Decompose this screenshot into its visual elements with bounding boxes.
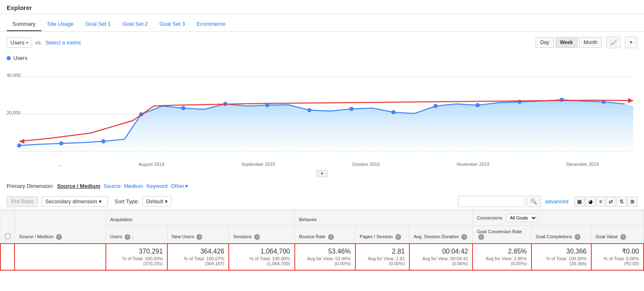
day-button[interactable]: Day xyxy=(536,37,553,48)
svg-point-5 xyxy=(59,141,64,146)
avg-session-col-header: Avg. Session Duration ? xyxy=(409,226,473,244)
tab-summary[interactable]: Summary xyxy=(7,17,42,31)
totals-goal-value-cell: ₹0.00 % of Total: 0.00% (₹0.00) xyxy=(591,244,644,270)
goal-completions-help-icon[interactable]: ? xyxy=(575,234,580,240)
week-button[interactable]: Week xyxy=(556,37,578,48)
dimension-row: Primary Dimension: Source / Medium Sourc… xyxy=(0,179,644,193)
metric-row: Users ▾ vs. Select a metric Day Week Mon… xyxy=(0,32,644,53)
svg-point-11 xyxy=(307,108,311,112)
totals-users-cell: 370,291 % of Total: 100.00% (370,291) xyxy=(106,244,167,270)
view-icons: ▦ ◕ ≡ ⇄ ⇅ ⊞ xyxy=(574,197,637,207)
tab-ecommerce[interactable]: Ecommerce xyxy=(191,17,231,31)
chart-area: 40,000 20,000 xyxy=(7,64,637,160)
secondary-dimension-dropdown[interactable]: Secondary dimension ▾ xyxy=(42,196,108,207)
x-label-aug: August 2019 xyxy=(139,162,164,167)
svg-point-8 xyxy=(181,106,185,110)
select-all-checkbox[interactable] xyxy=(5,234,10,239)
checkbox-header xyxy=(0,210,15,244)
svg-point-16 xyxy=(517,100,522,104)
totals-row: 370,291 % of Total: 100.00% (370,291) 36… xyxy=(0,244,644,270)
all-goals-select[interactable]: All Goals xyxy=(506,214,537,222)
new-users-help-icon[interactable]: ? xyxy=(196,234,202,240)
tab-goal-set-3[interactable]: Goal Set 3 xyxy=(154,17,191,31)
conversions-header: Conversions All Goals xyxy=(473,210,644,226)
tab-site-usage[interactable]: Site Usage xyxy=(42,17,80,31)
tab-goal-set-1[interactable]: Goal Set 1 xyxy=(79,17,116,31)
svg-point-13 xyxy=(392,110,396,114)
behavior-header: Behavior xyxy=(295,210,473,226)
pie-view-icon[interactable]: ◕ xyxy=(585,197,595,207)
sessions-help-icon[interactable]: ? xyxy=(254,234,260,240)
totals-pages-session-cell: 2.81 Avg for View: 2.81 (0.00%) xyxy=(355,244,409,270)
svg-point-6 xyxy=(101,139,105,143)
plot-rows-button[interactable]: Plot Rows xyxy=(7,196,38,207)
bounce-rate-help-icon[interactable]: ? xyxy=(328,234,334,240)
vs-text: vs. xyxy=(35,39,42,46)
select-metric-link[interactable]: Select a metric xyxy=(46,39,81,46)
dropdown-arrow-icon: ▾ xyxy=(26,40,28,45)
search-button[interactable]: 🔍 xyxy=(526,196,541,207)
grid-view-icon[interactable]: ▦ xyxy=(574,197,585,207)
source-medium-help-icon[interactable]: ? xyxy=(56,234,62,240)
new-users-col-header: New Users ? xyxy=(167,226,229,244)
totals-avg-session-cell: 00:04:42 Avg for View: 00:04:42 (0.00%) xyxy=(409,244,473,270)
sort-dropdown-arrow-icon: ▾ xyxy=(165,198,168,205)
svg-point-15 xyxy=(475,103,480,107)
totals-goal-completions-cell: 30,366 % of Total: 100.00% (30,366) xyxy=(531,244,591,270)
goal-value-help-icon[interactable]: ? xyxy=(620,234,626,240)
dim-other[interactable]: Other ▾ xyxy=(171,183,188,189)
acquisition-header: Acquisition xyxy=(106,210,295,226)
chart-svg xyxy=(7,64,637,160)
users-col-header: Users ? ↓ xyxy=(106,226,167,244)
y-axis-40k: 40,000 xyxy=(7,73,21,78)
dim-source[interactable]: Source xyxy=(103,183,120,189)
users-help-icon[interactable]: ? xyxy=(125,234,130,240)
data-table: Source / Medium ? Acquisition Behavior C… xyxy=(0,210,644,271)
goal-conversion-help-icon[interactable]: ? xyxy=(478,234,484,240)
pages-session-col-header: Pages / Session ? xyxy=(355,226,409,244)
data-table-container: Source / Medium ? Acquisition Behavior C… xyxy=(0,210,644,271)
bounce-rate-col-header: Bounce Rate ? xyxy=(295,226,355,244)
tab-goal-set-2[interactable]: Goal Set 2 xyxy=(117,17,154,31)
totals-checkbox-cell xyxy=(0,244,15,270)
dim-source-medium[interactable]: Source / Medium xyxy=(57,183,100,189)
avg-session-help-icon[interactable]: ? xyxy=(461,234,467,240)
source-medium-header: Source / Medium ? xyxy=(15,210,106,244)
primary-metric-dropdown[interactable]: Users ▾ xyxy=(7,37,32,48)
primary-dimension-label: Primary Dimension: xyxy=(7,183,54,189)
x-label-oct: October 2019 xyxy=(352,162,380,167)
other-arrow-icon: ▾ xyxy=(185,183,188,189)
x-label-dec: December 2019 xyxy=(566,162,599,167)
svg-point-17 xyxy=(560,98,564,102)
list-view-icon[interactable]: ≡ xyxy=(596,197,605,207)
table-search-input[interactable] xyxy=(458,196,524,207)
x-axis-labels: ... August 2019 September 2019 October 2… xyxy=(7,160,637,168)
legend-dot-users xyxy=(7,56,11,60)
users-sort-arrow[interactable]: ↓ xyxy=(132,234,134,239)
chart-container: Users 40,000 20,000 xyxy=(0,53,644,179)
pivot-view-icon[interactable]: ⇅ xyxy=(617,197,627,207)
scroll-down-btn[interactable]: ▼ xyxy=(316,170,328,177)
scroll-indicator: ▼ xyxy=(7,168,637,179)
dim-keyword[interactable]: Keyword xyxy=(147,183,168,189)
svg-marker-3 xyxy=(19,100,633,152)
tabs-container: Summary Site Usage Goal Set 1 Goal Set 2… xyxy=(0,14,644,32)
totals-bounce-rate-cell: 53.46% Avg for View: 53.46% (0.00%) xyxy=(295,244,355,270)
secondary-dropdown-arrow-icon: ▾ xyxy=(99,198,102,205)
controls-row: Plot Rows Secondary dimension ▾ Sort Typ… xyxy=(0,193,644,210)
explorer-title: Explorer xyxy=(0,0,644,14)
sort-type-dropdown[interactable]: Default ▾ xyxy=(142,196,171,207)
line-chart-icon[interactable]: 📈 xyxy=(606,37,621,48)
pages-session-help-icon[interactable]: ? xyxy=(395,234,401,240)
dim-medium[interactable]: Medium xyxy=(124,183,143,189)
compare-view-icon[interactable]: ⇄ xyxy=(606,197,616,207)
month-button[interactable]: Month xyxy=(579,37,602,48)
sessions-col-header: Sessions ? xyxy=(229,226,294,244)
custom-view-icon[interactable]: ⊞ xyxy=(627,197,637,207)
svg-point-4 xyxy=(17,143,21,148)
goal-completions-col-header: Goal Completions ? xyxy=(531,226,591,244)
scatter-chart-icon[interactable]: ⚬ xyxy=(625,37,637,48)
advanced-link[interactable]: advanced xyxy=(545,198,568,205)
legend-label-users: Users xyxy=(13,55,27,61)
svg-point-12 xyxy=(349,107,353,111)
